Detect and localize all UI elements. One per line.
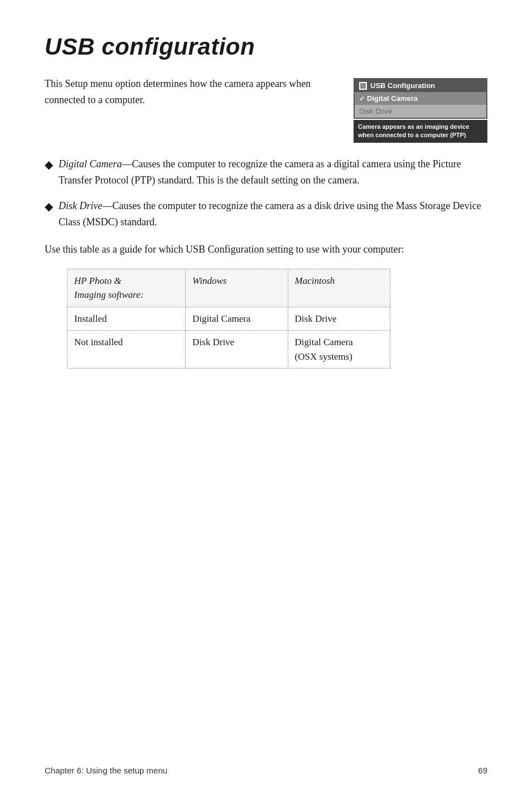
intro-paragraph: This Setup menu option determines how th… — [45, 76, 337, 143]
footer-page-number: 69 — [478, 766, 487, 775]
camera-menu: USB Configuration ✓ Digital Camera Disk … — [354, 78, 487, 119]
menu-item-disk-drive: Disk Drive — [355, 105, 486, 118]
list-item-digital-camera: ◆ Digital Camera—Causes the computer to … — [45, 156, 487, 188]
term-disk-drive: Disk Drive — [59, 200, 102, 211]
feature-list: ◆ Digital Camera—Causes the computer to … — [45, 156, 487, 230]
description-2: —Causes the computer to recognize the ca… — [59, 200, 481, 228]
cell-notinstalled-mac: Digital Camera(OSX systems) — [288, 331, 390, 369]
check-icon: ✓ — [359, 95, 365, 103]
term-digital-camera: Digital Camera — [59, 158, 122, 170]
table-row-installed: Installed Digital Camera Disk Drive — [67, 307, 390, 331]
config-table: HP Photo &Imaging software: Windows Maci… — [67, 269, 390, 369]
cell-installed-label: Installed — [67, 307, 186, 331]
camera-status-bar: Camera appears as an imaging device when… — [354, 120, 487, 143]
table-row-not-installed: Not installed Disk Drive Digital Camera(… — [67, 331, 390, 369]
page-footer: Chapter 6: Using the setup menu 69 — [45, 766, 487, 775]
table-header-row: HP Photo &Imaging software: Windows Maci… — [67, 269, 390, 307]
menu-item-label-2: Disk Drive — [359, 107, 392, 115]
col-header-hp: HP Photo &Imaging software: — [67, 269, 186, 307]
cell-installed-windows: Digital Camera — [186, 307, 288, 331]
menu-icon — [359, 82, 367, 90]
camera-menu-title: USB Configuration — [355, 79, 486, 92]
cell-installed-mac: Disk Drive — [288, 307, 390, 331]
bullet-dot-1: ◆ — [45, 157, 53, 188]
bullet-dot-2: ◆ — [45, 199, 53, 230]
bullet-content-1: Digital Camera—Causes the computer to re… — [59, 156, 487, 188]
camera-ui-mockup: USB Configuration ✓ Digital Camera Disk … — [354, 78, 487, 143]
menu-title-text: USB Configuration — [370, 81, 435, 90]
intro-section: This Setup menu option determines how th… — [45, 76, 487, 143]
guide-text: Use this table as a guide for which USB … — [45, 241, 487, 258]
cell-notinstalled-label: Not installed — [67, 331, 186, 369]
col-header-windows: Windows — [186, 269, 288, 307]
bullet-content-2: Disk Drive—Causes the computer to recogn… — [59, 198, 487, 230]
col-header-macintosh: Macintosh — [288, 269, 390, 307]
menu-item-digital-camera: ✓ Digital Camera — [355, 92, 486, 105]
menu-item-label-1: Digital Camera — [367, 94, 418, 103]
page-title: USB configuration — [45, 33, 487, 60]
cell-notinstalled-windows: Disk Drive — [186, 331, 288, 369]
footer-chapter: Chapter 6: Using the setup menu — [45, 766, 167, 775]
list-item-disk-drive: ◆ Disk Drive—Causes the computer to reco… — [45, 198, 487, 230]
